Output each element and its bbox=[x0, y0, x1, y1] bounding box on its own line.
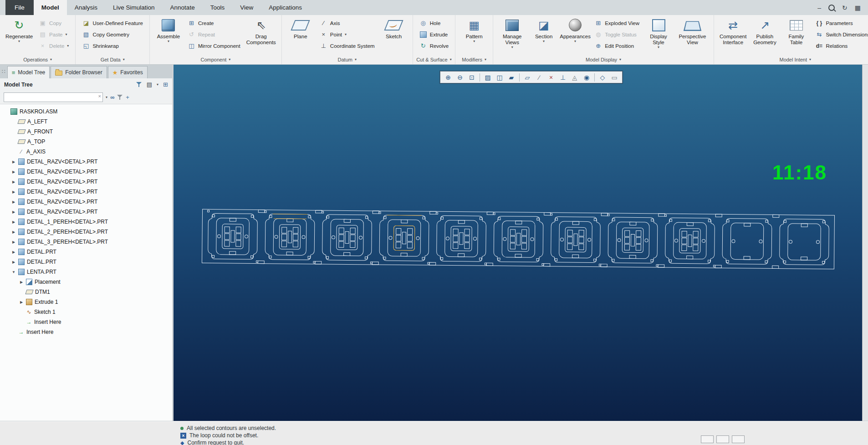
tree-item[interactable]: ▶DETAL_RAZV<DETAL>.PRT bbox=[0, 187, 172, 197]
component-interface-button[interactable]: ⇄ Component Interface bbox=[718, 17, 748, 46]
panel-tab-folder-browser[interactable]: Folder Browser bbox=[51, 66, 107, 78]
display-style-button[interactable]: Display Style ▾ bbox=[643, 17, 674, 49]
drag-components-button[interactable]: ⇖ Drag Components bbox=[245, 17, 278, 46]
expand-arrow-icon[interactable]: ▶ bbox=[11, 230, 16, 234]
sketch-button[interactable]: Sketch bbox=[379, 17, 409, 40]
tree-item[interactable]: A_TOP bbox=[0, 137, 172, 147]
regenerate-button[interactable]: ↻ Regenerate ▾ bbox=[4, 17, 35, 43]
tab-analysis[interactable]: Analysis bbox=[67, 0, 105, 15]
tab-file[interactable]: File bbox=[5, 0, 34, 15]
assemble-button[interactable]: Assemble ▾ bbox=[153, 17, 184, 43]
parameters-button[interactable]: { } Parameters bbox=[812, 17, 868, 29]
panel-tab-model-tree[interactable]: ≡ Model Tree bbox=[7, 66, 50, 78]
tree-search-input[interactable] bbox=[4, 92, 103, 102]
status-mini-control[interactable] bbox=[732, 435, 745, 443]
point-button[interactable]: × Point ▾ bbox=[317, 29, 378, 40]
axis-display-button[interactable]: ∕ bbox=[534, 72, 545, 82]
tree-item[interactable]: ▶DETAL_RAZV<DETAL>.PRT bbox=[0, 207, 172, 217]
relations-button[interactable]: d= Relations bbox=[812, 40, 868, 51]
toggle-status-button[interactable]: ◍ Toggle Status bbox=[592, 29, 642, 40]
group-label-component[interactable]: Component ▾ bbox=[150, 55, 281, 64]
group-label-model-intent[interactable]: Model Intent ▾ bbox=[714, 55, 868, 64]
find-binoculars-icon[interactable]: ∞ bbox=[110, 94, 114, 100]
refit-button[interactable]: ⊡ bbox=[466, 72, 477, 82]
tree-item[interactable]: A_FRONT bbox=[0, 127, 172, 137]
delete-button[interactable]: × Delete ▾ bbox=[36, 40, 71, 51]
graphics-viewport[interactable]: ⊕ ⊖ ⊡ ▨ ◫ ▰ ▱ ∕ × ⊥ ◬ ◉ ◇ ▭ 11:18 bbox=[174, 65, 863, 421]
tab-view[interactable]: View bbox=[232, 0, 261, 15]
tree-item-insert-here[interactable]: →Insert Here bbox=[0, 317, 172, 327]
tree-item[interactable]: ▶Placement bbox=[0, 277, 172, 287]
tree-item[interactable]: A_LEFT bbox=[0, 117, 172, 127]
copy-button[interactable]: ▣ Copy bbox=[36, 17, 71, 29]
coordinate-system-button[interactable]: ⊥ Coordinate System bbox=[317, 40, 378, 51]
tree-item[interactable]: ▶DETAL_RAZV<DETAL>.PRT bbox=[0, 157, 172, 167]
saved-views-button[interactable]: ▰ bbox=[506, 72, 517, 82]
status-mini-control[interactable] bbox=[701, 435, 714, 443]
csys-display-button[interactable]: ⊥ bbox=[557, 72, 568, 82]
chevron-down-icon[interactable]: ▾ bbox=[106, 96, 107, 99]
edit-position-button[interactable]: ⊕ Edit Position bbox=[592, 40, 642, 51]
annotation-display-button[interactable]: ◬ bbox=[569, 72, 580, 82]
tree-item-insert-here[interactable]: →Insert Here bbox=[0, 327, 172, 337]
tree-item[interactable]: RASKROI.ASM bbox=[0, 107, 172, 117]
publish-geometry-button[interactable]: ↗ Publish Geometry bbox=[750, 17, 780, 46]
hole-button[interactable]: ◎ Hole bbox=[417, 17, 452, 29]
expand-arrow-icon[interactable]: ▶ bbox=[11, 160, 16, 164]
cad-drawing[interactable] bbox=[201, 206, 837, 277]
expand-arrow-icon[interactable]: ▶ bbox=[11, 260, 16, 264]
search-icon[interactable] bbox=[828, 5, 835, 11]
display-style-toggle-button[interactable]: ◫ bbox=[494, 72, 505, 82]
expand-arrow-icon[interactable]: ▶ bbox=[11, 200, 16, 204]
tree-item[interactable]: DTM1 bbox=[0, 287, 172, 297]
copy-geometry-button[interactable]: ▧ Copy Geometry bbox=[79, 29, 146, 40]
expand-arrow-icon[interactable]: ▶ bbox=[11, 180, 16, 184]
tree-item[interactable]: ▶DETAL_RAZV<DETAL>.PRT bbox=[0, 197, 172, 207]
expand-arrow-icon[interactable]: ▶ bbox=[19, 280, 24, 284]
tree-view-options-icon[interactable]: ▤ bbox=[147, 82, 152, 87]
expand-arrow-icon[interactable]: ▶ bbox=[11, 190, 16, 194]
perspective-toggle-button[interactable]: ▭ bbox=[609, 72, 620, 82]
appearances-button[interactable]: Appearances ▾ bbox=[560, 17, 590, 43]
refresh-icon[interactable]: ↻ bbox=[842, 5, 848, 11]
group-label-operations[interactable]: Operations ▾ bbox=[0, 55, 75, 64]
panel-tab-favorites[interactable]: ★ Favorites bbox=[108, 66, 148, 78]
tab-live-simulation[interactable]: Live Simulation bbox=[105, 0, 163, 15]
tree-item[interactable]: ∕A_AXIS bbox=[0, 147, 172, 157]
tree-item[interactable]: ▶DETAL_RAZV<DETAL>.PRT bbox=[0, 177, 172, 187]
group-label-datum[interactable]: Datum ▾ bbox=[282, 55, 413, 64]
tab-model[interactable]: Model bbox=[34, 0, 67, 15]
user-defined-feature-button[interactable]: ◪ User-Defined Feature bbox=[79, 17, 146, 29]
minimize-ribbon-icon[interactable]: – bbox=[817, 5, 821, 11]
tab-applications[interactable]: Applications bbox=[261, 0, 310, 15]
status-mini-control[interactable] bbox=[716, 435, 729, 443]
tab-annotate[interactable]: Annotate bbox=[163, 0, 203, 15]
manage-views-button[interactable]: Manage Views ▾ bbox=[497, 17, 527, 49]
clear-search-icon[interactable]: × bbox=[98, 94, 101, 99]
perspective-view-button[interactable]: Perspective View bbox=[675, 17, 710, 46]
dragger-button[interactable]: ◇ bbox=[597, 72, 608, 82]
switch-dimensions-button[interactable]: ⇆ Switch Dimensions bbox=[812, 29, 868, 40]
extrude-button[interactable]: Extrude bbox=[417, 29, 452, 40]
tree-item[interactable]: ▶DETAL.PRT bbox=[0, 247, 172, 257]
mirror-component-button[interactable]: ◫ Mirror Component bbox=[185, 40, 243, 51]
group-label-model-display[interactable]: Model Display ▾ bbox=[493, 55, 714, 64]
create-component-button[interactable]: ⊞ Create bbox=[185, 17, 243, 29]
tree-filter-icon[interactable] bbox=[136, 82, 142, 87]
tab-tools[interactable]: Tools bbox=[203, 0, 233, 15]
exploded-view-button[interactable]: ⊞ Exploded View bbox=[592, 17, 642, 29]
zoom-in-button[interactable]: ⊕ bbox=[443, 72, 454, 82]
plane-button[interactable]: Plane bbox=[286, 17, 316, 40]
chevron-down-icon[interactable]: ▾ bbox=[157, 83, 158, 87]
tree-item[interactable]: ▶DETAL_RAZV<DETAL>.PRT bbox=[0, 167, 172, 177]
spin-center-button[interactable]: ◉ bbox=[581, 72, 592, 82]
group-label-modifiers[interactable]: Modifiers ▾ bbox=[455, 55, 493, 64]
filter-icon[interactable] bbox=[117, 94, 123, 100]
expand-arrow-icon[interactable]: ▶ bbox=[11, 240, 16, 244]
expand-arrow-icon[interactable]: ▶ bbox=[19, 300, 24, 304]
family-table-button[interactable]: Family Table bbox=[781, 17, 811, 46]
collapse-arrow-icon[interactable]: ▼ bbox=[11, 270, 16, 274]
tree-item[interactable]: ▶DETAL_1_PEREH<DETAL>.PRT bbox=[0, 217, 172, 227]
expand-arrow-icon[interactable]: ▶ bbox=[11, 210, 16, 214]
plane-display-button[interactable]: ▱ bbox=[522, 72, 533, 82]
